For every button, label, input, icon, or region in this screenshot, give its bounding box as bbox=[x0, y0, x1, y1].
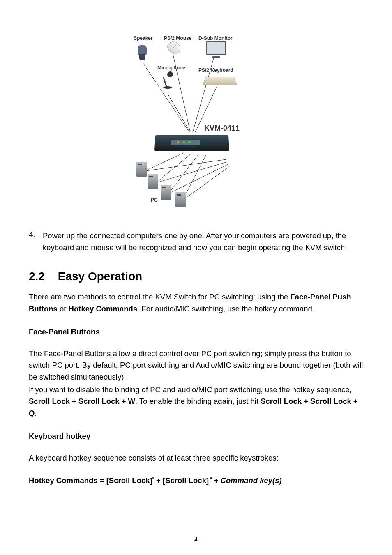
face-p2-mid: . To enable the binding again, just hit bbox=[135, 397, 261, 405]
svg-line-10 bbox=[157, 162, 227, 182]
step-4: 4. Power up the connected computers one … bbox=[29, 230, 363, 253]
connection-diagram: Speaker PS/2 Mouse D-Sub Monitor Microph… bbox=[29, 33, 363, 205]
face-p2-pre: If you want to disable the binding of PC… bbox=[29, 385, 352, 394]
svg-line-11 bbox=[170, 164, 228, 193]
keyboard-icon bbox=[204, 76, 235, 85]
label-speaker: Speaker bbox=[134, 35, 153, 41]
label-ps2-mouse: PS/2 Mouse bbox=[164, 35, 191, 41]
formula-lhs: Hotkey Commands = [Scroll Lock] bbox=[29, 477, 152, 485]
formula-plus2: + bbox=[212, 477, 220, 485]
face-panel-p2: If you want to disable the binding of PC… bbox=[29, 384, 363, 419]
intro-text-mid: or bbox=[58, 304, 69, 313]
face-panel-p1: The Face-Panel Buttons allow a direct co… bbox=[29, 348, 363, 383]
face-p2-post: . bbox=[35, 409, 37, 417]
section-number: 2.2 bbox=[29, 270, 45, 283]
page-number: 4 bbox=[194, 536, 198, 543]
pc-icon bbox=[148, 174, 158, 189]
monitor-icon bbox=[206, 41, 226, 58]
pc-icon bbox=[175, 192, 186, 207]
microphone-icon bbox=[163, 71, 173, 94]
mouse-icon bbox=[165, 39, 183, 56]
formula-command-key: Command key(s) bbox=[221, 477, 282, 485]
intro-text-post: . For audio/MIC switching, use the hotke… bbox=[137, 304, 314, 313]
label-ps2-keyboard: PS/2 Keyboard bbox=[198, 67, 233, 73]
face-p2-bold1: Scroll Lock + Scroll Lock + W bbox=[29, 397, 135, 405]
label-dsub-monitor: D-Sub Monitor bbox=[198, 35, 233, 41]
speaker-icon bbox=[136, 45, 148, 62]
step-4-number: 4. bbox=[29, 230, 43, 253]
label-pc: PC bbox=[151, 197, 158, 203]
pc-icon bbox=[136, 162, 147, 177]
label-microphone: Microphone bbox=[157, 65, 185, 71]
diagram-canvas: Speaker PS/2 Mouse D-Sub Monitor Microph… bbox=[122, 33, 270, 205]
step-4-text: Power up the connected computers one by … bbox=[43, 230, 363, 253]
kvm-switch-icon bbox=[154, 135, 229, 151]
svg-line-3 bbox=[168, 94, 190, 132]
label-kvm-model: KVM-0411 bbox=[204, 124, 240, 133]
pc-icon bbox=[161, 185, 171, 200]
keyboard-hotkey-p1: A keyboard hotkey sequence consists of a… bbox=[29, 452, 363, 464]
svg-line-8 bbox=[183, 155, 206, 200]
heading-keyboard-hotkey: Keyboard hotkey bbox=[29, 432, 363, 441]
section-heading: 2.2 Easy Operation bbox=[29, 270, 363, 283]
intro-text-pre: There are two methods to control the KVM… bbox=[29, 292, 290, 301]
intro-bold-hotkey: Hotkey Commands bbox=[69, 304, 138, 313]
svg-line-12 bbox=[184, 167, 229, 200]
section-title: Easy Operation bbox=[58, 270, 142, 283]
heading-face-panel-buttons: Face-Panel Buttons bbox=[29, 327, 363, 336]
svg-line-5 bbox=[145, 153, 184, 171]
hotkey-formula: Hotkey Commands = [Scroll Lock]* + [Scro… bbox=[29, 476, 363, 485]
svg-line-7 bbox=[169, 154, 198, 193]
svg-line-9 bbox=[146, 159, 226, 171]
formula-plus1: + [Scroll Lock] bbox=[154, 477, 209, 485]
svg-line-6 bbox=[157, 154, 191, 182]
intro-paragraph: There are two methods to control the KVM… bbox=[29, 291, 363, 315]
